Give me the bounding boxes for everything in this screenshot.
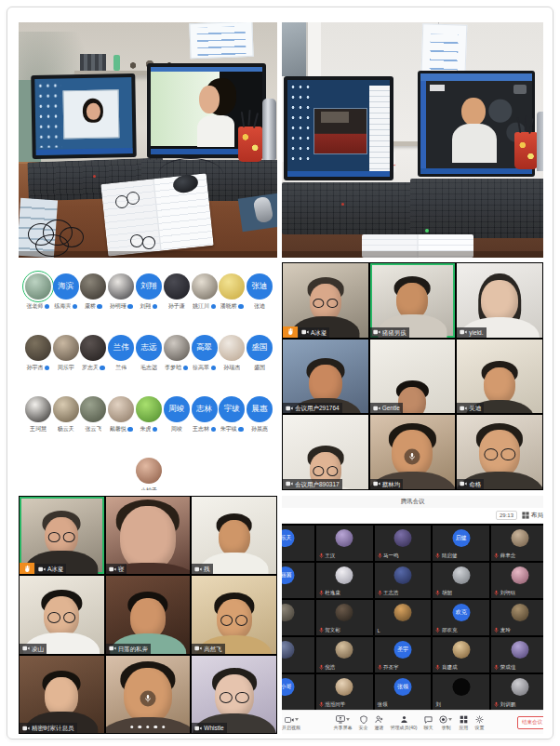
video-controls-dots[interactable] [130, 726, 166, 729]
meeting-participant-tile[interactable]: 启健 陆启健 [433, 526, 489, 561]
group-member[interactable]: 盛国 盛国 [246, 335, 273, 372]
toolbar-invite-button[interactable]: 邀请 [375, 714, 384, 730]
member-avatar: 志远 [136, 335, 162, 361]
group-member[interactable]: 兰伟 兰伟 [107, 335, 135, 372]
group-member[interactable]: 刘翔 刘翔 [135, 273, 163, 311]
video-tile[interactable]: 精密时家计息员 [20, 656, 104, 733]
meeting-participant-tile[interactable] [282, 637, 314, 673]
group-member[interactable]: 孙明瑾 [107, 273, 135, 311]
meeting-participant-tile[interactable]: 薛聿念 [491, 526, 543, 561]
group-member[interactable]: 晨惠 孙晨惠 [246, 396, 273, 433]
meeting-participant-tile[interactable]: 刘明钰 [491, 563, 543, 598]
meeting-participant-tile[interactable]: 胡韶 [433, 563, 489, 598]
group-member[interactable]: 志远 毛志远 [135, 335, 163, 372]
member-avatar [219, 335, 245, 361]
meeting-participant-tile[interactable]: 欢克 邵欢克 [433, 600, 489, 635]
group-member[interactable]: 戴馨悦 [107, 396, 135, 433]
group-member[interactable]: 海滨 练海滨 [52, 273, 80, 311]
toolbar-settings-button[interactable]: 设置 [474, 714, 484, 730]
group-member[interactable]: 罗志天 [80, 335, 108, 372]
group-member[interactable]: 孙子谦 [163, 273, 191, 311]
video-tile[interactable]: 吴迪 [457, 340, 542, 414]
meeting-participant-tile[interactable]: 王汉 [316, 526, 373, 561]
toolbar-record-button[interactable]: 录制 [439, 714, 452, 730]
video-tile[interactable]: 凌山 [20, 576, 104, 653]
meeting-participant-tile[interactable]: 倪浩 [316, 637, 373, 673]
group-member[interactable]: 王珂慧 [24, 396, 52, 433]
video-tile[interactable]: 残 [192, 497, 276, 574]
group-member[interactable]: 康桥 [80, 273, 108, 311]
group-member[interactable]: 志林 王志林 [191, 396, 219, 433]
mic-overlay-button[interactable] [140, 691, 155, 707]
toolbar-chat-button[interactable]: 聊天 [423, 714, 433, 730]
meeting-participant-tile[interactable]: 肖建成 [433, 637, 489, 673]
group-member[interactable]: 小柚子 [135, 458, 163, 490]
video-tile[interactable]: 高然飞 [192, 576, 276, 653]
mic-overlay-button[interactable] [405, 448, 420, 464]
layout-button[interactable]: 布局 [522, 512, 543, 520]
member-avatar [108, 273, 134, 300]
group-member[interactable]: 李梦晗 [163, 335, 191, 372]
video-tile[interactable]: 命格 [457, 415, 542, 489]
meeting-participant-tile[interactable]: 荣成佳 [491, 637, 543, 673]
meeting-participant-tile[interactable]: L [375, 600, 432, 635]
toolbar-share-button[interactable]: 共享屏幕 [334, 714, 353, 730]
video-tile[interactable]: 猪猪男孩 [370, 263, 456, 338]
meeting-participant-tile[interactable]: 小哥 [282, 674, 314, 710]
group-member[interactable]: 朱虎 [135, 396, 163, 433]
video-tile[interactable]: Gentle [370, 340, 456, 414]
group-member[interactable]: 潘晓桥 [218, 273, 246, 311]
group-member[interactable]: 周竣 周竣 [163, 396, 191, 433]
meeting-participant-tile[interactable] [282, 600, 314, 635]
group-member[interactable]: 高翠 徐高翠 [191, 335, 219, 372]
meeting-participant-tile[interactable]: 马一鸣 [375, 526, 432, 561]
video-tile[interactable]: 寝 [106, 497, 191, 574]
video-tile[interactable]: 日落的私奔 [106, 576, 191, 653]
muted-mic-icon [494, 701, 499, 708]
member-badge-icon [97, 304, 102, 310]
video-tile[interactable]: 会议用户291764 [283, 340, 368, 414]
meeting-participant-tile[interactable]: 丽茵 [282, 563, 314, 598]
meeting-participant-tile[interactable]: 刘训鹏 [491, 674, 543, 710]
group-member[interactable]: 张迪 张迪 [246, 273, 273, 311]
toolbar-button-label: 录制 [441, 725, 450, 730]
video-tile[interactable]: Whistle [192, 656, 276, 733]
video-tile[interactable]: A冰凝 [20, 497, 104, 574]
group-member[interactable]: 张云飞 [80, 396, 108, 433]
group-member[interactable]: 杨云天 [52, 396, 80, 433]
participant-face [398, 387, 426, 414]
meeting-participant-tile[interactable]: 刘 [433, 674, 489, 710]
member-name: 张云飞 [85, 425, 101, 433]
end-meeting-button[interactable]: 结束会议 [517, 716, 543, 729]
video-tile[interactable]: A冰凝 [283, 263, 368, 338]
group-member[interactable]: 孙瑞杰 [218, 335, 246, 372]
muted-mic-icon [435, 664, 440, 671]
video-tile[interactable]: 会议用户890317 [283, 415, 368, 489]
meeting-participant-tile[interactable]: 圣宇 乔圣宇 [375, 637, 432, 673]
meeting-participant-tile[interactable]: 张领 张领 [375, 674, 432, 710]
group-member[interactable]: 周乐宇 [52, 335, 80, 372]
toolbar-members-button[interactable]: 管理成员(40) [391, 714, 418, 730]
video-tile[interactable]: 蔡林均 [370, 415, 456, 489]
group-member[interactable]: 孙宇杰 [24, 335, 52, 372]
video-tile[interactable]: yield. [457, 263, 542, 338]
toolbar-camera-button[interactable]: 开启视频 [282, 714, 300, 730]
camera-icon [460, 481, 467, 486]
meeting-participant-tile[interactable]: 麦玲 [491, 600, 543, 635]
muted-mic-icon [435, 553, 440, 559]
group-member[interactable]: 张老师 [24, 273, 52, 311]
toolbar-security-button[interactable]: 安全 [359, 714, 368, 730]
group-member[interactable]: 姚江川 [191, 273, 219, 311]
member-avatar: 宇绂 [219, 396, 245, 422]
group-member[interactable]: 宇绂 朱宇绂 [218, 396, 246, 433]
meeting-participant-tile[interactable]: 乐天 [282, 526, 314, 561]
meeting-participant-tile[interactable]: 湉湉同学 [316, 674, 373, 710]
tile-name-label: A冰凝 [35, 564, 66, 574]
meeting-participant-tile[interactable]: 王志浩 [375, 563, 432, 598]
window-glass [282, 22, 306, 76]
video-tile[interactable] [106, 656, 191, 733]
member-name: 姚江川 [193, 302, 209, 311]
meeting-participant-tile[interactable]: 贺文彬 [316, 600, 373, 635]
meeting-participant-tile[interactable]: 杜逸康 [316, 563, 373, 598]
toolbar-apps-button[interactable]: 应用 [459, 714, 468, 730]
